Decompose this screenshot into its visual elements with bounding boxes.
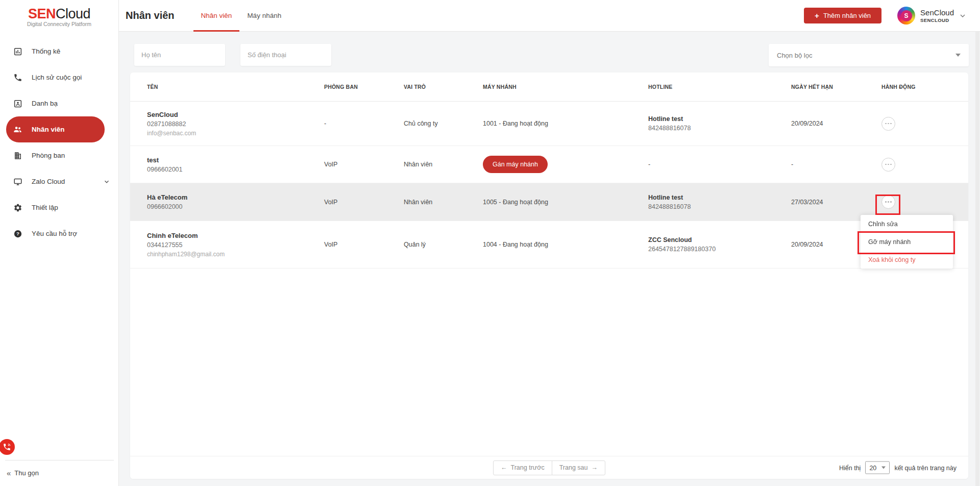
- role-value: Nhân viên: [404, 161, 483, 168]
- scrollbar[interactable]: [975, 32, 979, 486]
- table-header-row: TÊN PHÒNG BAN VAI TRÒ MÁY NHÁNH HOTLINE …: [130, 72, 968, 102]
- hotline-value: -: [648, 161, 791, 168]
- hotline-number: 2645478127889180370: [648, 246, 791, 253]
- row-actions-button[interactable]: [881, 158, 895, 172]
- caret-down-icon: [955, 54, 961, 57]
- name-filter-input[interactable]: [134, 44, 225, 66]
- expiry-date: 27/03/2024: [791, 199, 881, 206]
- menu-item-remove-extension[interactable]: Gỡ máy nhánh: [861, 233, 953, 251]
- extension-status: 1001 - Đang hoạt động: [483, 120, 648, 127]
- extension-status: 1005 - Đang hoạt động: [483, 199, 648, 206]
- employee-phone: 02871088882: [147, 120, 324, 128]
- sidebar-item-phong-ban[interactable]: Phòng ban: [0, 142, 118, 168]
- add-employee-button[interactable]: + Thêm nhân viên: [804, 8, 881, 23]
- employee-phone: 0966602000: [147, 203, 324, 210]
- tab-may-nhanh[interactable]: Máy nhánh: [239, 0, 289, 32]
- department-value: VoIP: [324, 161, 404, 168]
- hotline-name: ZCC Sencloud: [648, 236, 791, 244]
- assign-extension-button[interactable]: Gán máy nhánh: [483, 156, 548, 173]
- employee-name: Hà eTelecom: [147, 193, 324, 201]
- menu-item-edit[interactable]: Chỉnh sửa: [861, 215, 953, 233]
- double-chevron-left-icon: «: [7, 469, 11, 477]
- hotline-name: Hotline test: [648, 115, 791, 123]
- employee-phone: 0344127555: [147, 241, 324, 249]
- role-value: Chủ công ty: [404, 120, 483, 127]
- table-row[interactable]: SenCloud 02871088882 info@senbac.com - C…: [130, 102, 968, 146]
- sidebar-item-yeu-cau-ho-tro[interactable]: ? Yêu cầu hỗ trợ: [0, 221, 118, 247]
- employee-email: info@senbac.com: [147, 130, 324, 137]
- employee-phone: 0966602001: [147, 166, 324, 173]
- page-size-label: Hiển thị: [839, 464, 861, 471]
- arrow-left-icon: ←: [501, 464, 507, 471]
- user-name: SenCloud: [920, 8, 954, 17]
- user-org: SENCLOUD: [920, 17, 954, 23]
- plus-icon: +: [815, 11, 819, 20]
- sidebar: SENCloud Digital Connecvity Platform Thố…: [0, 0, 119, 486]
- row-actions-button-active[interactable]: [881, 195, 895, 209]
- arrow-right-icon: →: [591, 464, 598, 471]
- sidebar-item-danh-ba[interactable]: Danh bạ: [0, 90, 118, 116]
- sidebar-item-label: Nhân viên: [32, 126, 65, 133]
- employee-table-card: TÊN PHÒNG BAN VAI TRÒ MÁY NHÁNH HOTLINE …: [130, 72, 968, 479]
- column-header: VAI TRÒ: [404, 84, 483, 90]
- sidebar-nav: Thống kê Lịch sử cuộc gọi Danh bạ Nhân v…: [0, 38, 118, 247]
- column-header: TÊN: [130, 84, 324, 90]
- page-size-select[interactable]: 20: [865, 461, 890, 474]
- sidebar-item-thiet-lap[interactable]: Thiết lập: [0, 195, 118, 221]
- logo-tagline: Digital Connecvity Platform: [0, 21, 118, 27]
- sidebar-item-thong-ke[interactable]: Thống kê: [0, 38, 118, 64]
- employee-name: SenCloud: [147, 111, 324, 118]
- monitor-icon: [13, 177, 22, 186]
- sidebar-item-lich-su-cuoc-goi[interactable]: Lịch sử cuộc gọi: [0, 64, 118, 90]
- table-row[interactable]: test 0966602001 VoIP Nhân viên Gán máy n…: [130, 146, 968, 183]
- tab-nhan-vien[interactable]: Nhân viên: [193, 0, 240, 32]
- sidebar-item-label: Lịch sử cuộc gọi: [32, 74, 82, 81]
- sidebar-item-label: Phòng ban: [32, 152, 65, 159]
- logo-cloud: Cloud: [56, 6, 90, 21]
- pagination-bar: ← Trang trước Trang sau → Hiển thị 20 kế…: [130, 456, 968, 479]
- logo-sen: SEN: [28, 6, 56, 21]
- department-value: VoIP: [324, 199, 404, 206]
- expiry-date: 20/09/2024: [791, 120, 881, 127]
- prev-page-button[interactable]: ← Trang trước: [493, 460, 552, 475]
- table-row[interactable]: Chinh eTelecom 0344127555 chinhpham1298@…: [130, 221, 968, 269]
- filter-bar: Chọn bộ lọc: [119, 32, 980, 66]
- next-page-button[interactable]: Trang sau →: [552, 460, 605, 475]
- column-header: MÁY NHÁNH: [483, 84, 648, 90]
- header-tabs: Nhân viên Máy nhánh: [193, 0, 289, 32]
- user-menu[interactable]: S SenCloud SENCLOUD: [897, 7, 967, 25]
- expiry-date: -: [791, 161, 881, 168]
- building-icon: [13, 151, 22, 160]
- people-icon: [13, 125, 22, 134]
- phone-filter-input[interactable]: [240, 44, 331, 66]
- column-header: NGÀY HẾT HẠN: [791, 84, 881, 90]
- sidebar-item-nhan-vien[interactable]: Nhân viên: [6, 116, 105, 142]
- sidebar-item-label: Thiết lập: [32, 204, 58, 211]
- row-context-menu: Chỉnh sửa Gỡ máy nhánh Xoá khỏi công ty: [861, 215, 953, 269]
- extension-status: 1004 - Đang hoạt động: [483, 241, 648, 248]
- page-header: Nhân viên Nhân viên Máy nhánh + Thêm nhâ…: [119, 0, 980, 32]
- hotline-number: 842488816078: [648, 203, 791, 210]
- row-actions-button[interactable]: [881, 117, 895, 131]
- role-value: Nhân viên: [404, 199, 483, 206]
- collapse-label: Thu gọn: [14, 469, 39, 477]
- sidebar-item-label: Danh bạ: [32, 100, 58, 107]
- menu-item-delete-from-company[interactable]: Xoá khỏi công ty: [861, 251, 953, 269]
- sidebar-item-label: Thống kê: [32, 47, 60, 55]
- caret-down-icon: [881, 467, 886, 469]
- app-logo: SENCloud Digital Connecvity Platform: [0, 0, 118, 27]
- column-header: HOTLINE: [648, 84, 791, 90]
- help-icon: ?: [13, 229, 22, 238]
- employee-email: chinhpham1298@gmail.com: [147, 251, 324, 258]
- column-header: PHÒNG BAN: [324, 84, 404, 90]
- role-value: Quản lý: [404, 241, 483, 248]
- table-row-highlighted[interactable]: Hà eTelecom 0966602000 VoIP Nhân viên 10…: [130, 183, 968, 221]
- contact-card-icon: [13, 99, 22, 108]
- sidebar-item-zalo-cloud[interactable]: Zalo Cloud: [0, 168, 118, 195]
- chevron-down-icon: [103, 178, 110, 185]
- employee-name: Chinh eTelecom: [147, 232, 324, 239]
- call-widget-button[interactable]: [0, 439, 15, 455]
- filter-select[interactable]: Chọn bộ lọc: [769, 44, 969, 66]
- phone-icon: [13, 72, 22, 82]
- collapse-sidebar-button[interactable]: « Thu gọn: [7, 469, 39, 477]
